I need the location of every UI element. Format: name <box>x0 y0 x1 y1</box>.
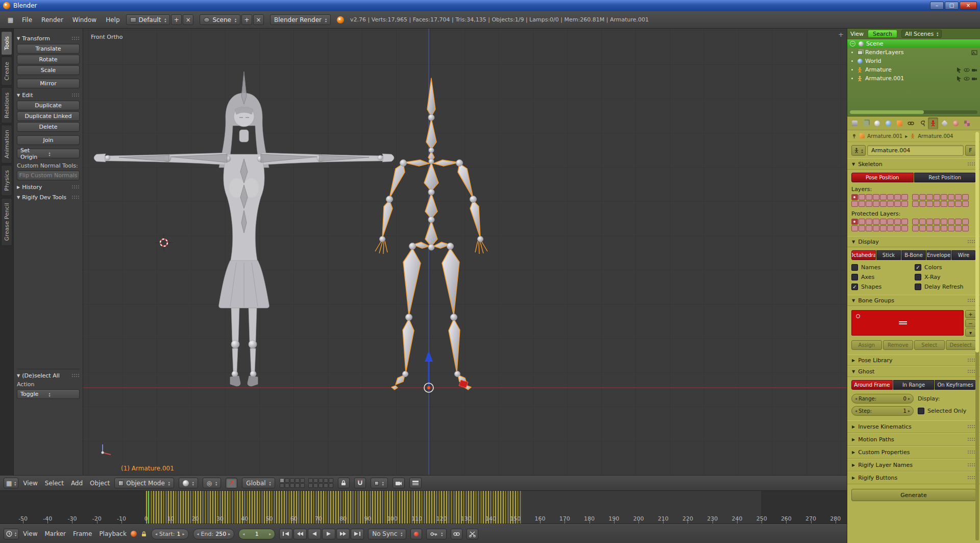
layer-toggle[interactable] <box>851 201 858 207</box>
panel-header-rigify-dev-tools[interactable]: ▼Rigify Dev Tools <box>17 194 80 201</box>
add-scene-button[interactable]: + <box>241 14 252 25</box>
outliner-row-armature-001[interactable]: Armature.001 <box>847 74 980 83</box>
increment-icon[interactable]: ▸ <box>228 532 230 536</box>
sync-dropdown[interactable]: No Sync ▴▾ <box>368 529 406 539</box>
snap-element-dropdown[interactable]: ▴▾ <box>371 478 388 488</box>
minimize-button[interactable]: – <box>930 2 944 10</box>
layer-toggle[interactable] <box>887 219 894 225</box>
display-mode-octahedral[interactable]: Octahedral <box>851 250 876 260</box>
layer-toggle[interactable] <box>859 219 865 225</box>
editor-type-button[interactable]: ▦▴▾ <box>4 478 18 488</box>
translate-button[interactable]: Translate <box>17 44 80 54</box>
layer-toggle[interactable] <box>873 219 879 225</box>
viewport-shading-dropdown[interactable]: ▴▾ <box>179 478 198 488</box>
menu-frame[interactable]: Frame <box>73 530 92 537</box>
layer-toggle[interactable] <box>859 201 865 207</box>
tab-relations[interactable]: Relations <box>1 87 12 124</box>
display-mode-envelope[interactable]: Envelope <box>926 250 951 260</box>
tab-object[interactable] <box>894 117 904 129</box>
screen-layout-selector[interactable]: Default ▴▾ <box>126 14 170 25</box>
collapsed-panel-header[interactable]: ▶ Rigify Layer Names <box>847 459 980 471</box>
layer-toggle[interactable] <box>290 478 295 483</box>
properties-scrollbar[interactable] <box>975 132 979 540</box>
layer-toggle[interactable] <box>880 225 887 231</box>
delete-keyframe-button[interactable] <box>467 529 478 539</box>
layer-toggle[interactable] <box>300 478 305 483</box>
tab-scene[interactable] <box>872 117 882 129</box>
decrement-icon[interactable]: ◂ <box>855 396 857 401</box>
layer-toggle[interactable] <box>962 219 969 225</box>
outliner-view-menu[interactable]: View <box>850 31 864 37</box>
layer-toggle[interactable] <box>866 219 872 225</box>
ghost-step-stepper[interactable]: ◂ Step: 1 ▸ <box>851 406 914 416</box>
panel-header-ghost[interactable]: ▼Ghost <box>847 366 980 377</box>
increment-icon[interactable]: ▸ <box>183 532 185 536</box>
collapsed-panel-header[interactable]: ▶ Custom Properties <box>847 446 980 459</box>
region-expand-icon[interactable]: + <box>838 31 844 38</box>
decrement-icon[interactable]: ◂ <box>155 532 157 536</box>
layer-toggle[interactable] <box>919 194 926 200</box>
layer-toggle[interactable] <box>329 483 333 488</box>
render-opengl-button[interactable] <box>393 478 405 488</box>
ghost-on-keyframes-button[interactable]: On Keyframes <box>935 380 976 390</box>
tab-animation[interactable]: Animation <box>1 125 12 163</box>
layer-toggle[interactable] <box>285 478 289 483</box>
play-button[interactable] <box>322 529 335 539</box>
menu-marker[interactable]: Marker <box>45 530 66 537</box>
lock-to-scene-button[interactable] <box>338 478 350 488</box>
menu-playback[interactable]: Playback <box>99 530 127 537</box>
panel-header-bone-groups[interactable]: ▼Bone Groups <box>847 295 980 306</box>
layer-toggle[interactable] <box>912 219 919 225</box>
outliner-scrollbar[interactable] <box>850 110 977 114</box>
layer-toggle[interactable] <box>866 201 872 207</box>
remove-button[interactable]: Remove <box>883 340 914 350</box>
tab-texture[interactable] <box>962 117 972 129</box>
close-button[interactable]: × <box>960 2 977 10</box>
layer-toggle[interactable] <box>941 219 947 225</box>
layer-toggle[interactable] <box>919 201 926 207</box>
layer-toggle[interactable] <box>941 201 947 207</box>
bone-groups-list[interactable] <box>851 310 964 336</box>
layer-toggle[interactable] <box>934 225 940 231</box>
layer-toggle[interactable] <box>941 194 947 200</box>
layer-toggle[interactable] <box>324 483 328 488</box>
tab-grease-pencil[interactable]: Grease Pencil <box>1 198 12 246</box>
next-keyframe-button[interactable] <box>336 529 350 539</box>
selected-only-checkbox[interactable]: Selected Only <box>918 408 976 414</box>
jump-to-end-button[interactable] <box>351 529 364 539</box>
tab-armature-data[interactable] <box>928 117 938 129</box>
axes-checkbox[interactable]: Axes <box>851 274 913 280</box>
manipulator-translate-button[interactable]: ↗ <box>226 478 237 488</box>
layer-toggle[interactable] <box>308 478 313 483</box>
transform-orientation-dropdown[interactable]: Global ▴▾ <box>242 478 275 488</box>
select-button[interactable]: Select <box>914 340 945 350</box>
mirror-button[interactable]: Mirror <box>17 79 80 88</box>
generate-button[interactable]: Generate <box>851 489 976 501</box>
pose-position-button[interactable]: Pose Position <box>851 173 914 182</box>
layer-toggle[interactable] <box>318 483 323 488</box>
tab-bone[interactable] <box>939 117 949 129</box>
flip-custom-normals-button[interactable]: Flip Custom Normals <box>17 171 80 180</box>
layer-toggle[interactable] <box>851 194 858 200</box>
add-group-button[interactable]: + <box>965 310 976 318</box>
decrement-icon[interactable]: ◂ <box>197 532 199 536</box>
insert-keyframe-button[interactable] <box>451 529 462 539</box>
renderability-camera-icon[interactable] <box>971 76 977 82</box>
layer-toggle[interactable] <box>955 194 962 200</box>
ghost-around-frame-button[interactable]: Around Frame <box>851 380 893 390</box>
tab-tools[interactable]: Tools <box>1 31 12 55</box>
render-opengl-anim-button[interactable] <box>409 478 422 488</box>
layer-toggle[interactable] <box>880 219 887 225</box>
menu-file[interactable]: File <box>22 16 32 23</box>
layer-toggle[interactable] <box>948 219 954 225</box>
layer-toggle[interactable] <box>955 225 962 231</box>
assign-button[interactable]: Assign <box>851 340 882 350</box>
collapsed-panel-header[interactable]: ▶ Rigify Buttons <box>847 471 980 484</box>
layer-toggle[interactable] <box>313 483 318 488</box>
names-checkbox[interactable]: Names <box>851 264 913 271</box>
outliner-search-button[interactable]: Search <box>868 30 897 38</box>
remove-group-button[interactable]: − <box>965 319 976 327</box>
tab-material[interactable] <box>950 117 961 129</box>
renderability-camera-icon[interactable] <box>971 67 977 73</box>
layer-toggle[interactable] <box>318 478 323 483</box>
